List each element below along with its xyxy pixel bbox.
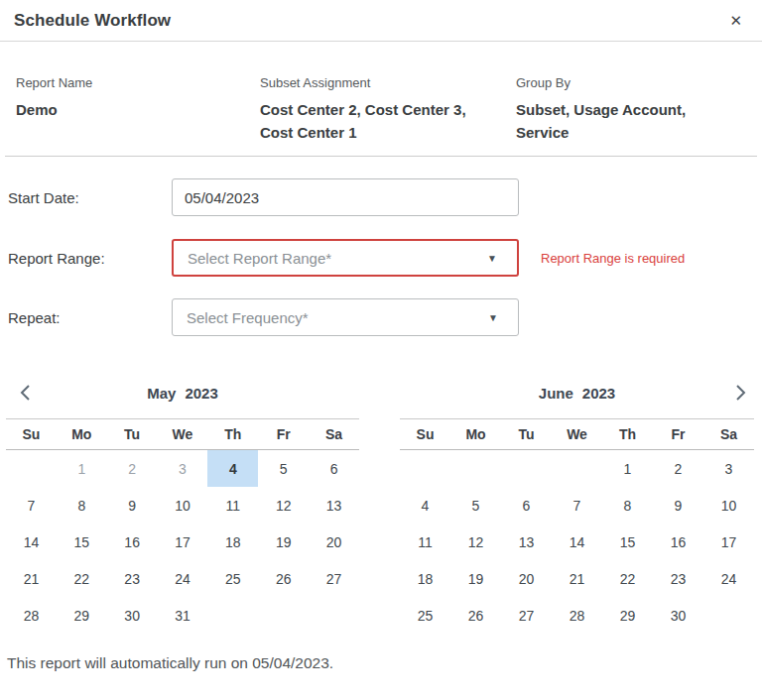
calendar-day[interactable]: 12: [258, 487, 309, 524]
weekday-label: Mo: [57, 426, 107, 442]
calendar-day[interactable]: 23: [653, 560, 703, 597]
calendar-day[interactable]: 5: [450, 487, 501, 524]
calendar-day[interactable]: 6: [309, 450, 359, 487]
calendar-day[interactable]: 2: [653, 450, 703, 487]
calendar-day[interactable]: 22: [57, 560, 107, 597]
calendar-day[interactable]: 19: [258, 524, 309, 560]
calendar-day[interactable]: 5: [258, 450, 309, 487]
next-month-icon[interactable]: [726, 379, 754, 407]
calendar-day[interactable]: 30: [653, 597, 703, 634]
calendar-day[interactable]: 29: [57, 597, 107, 634]
calendar-day[interactable]: 25: [207, 560, 258, 597]
calendar-day[interactable]: 25: [400, 597, 450, 634]
calendar-day[interactable]: 28: [552, 597, 602, 634]
weekday-header-row: SuMoTuWeThFrSa: [400, 418, 754, 450]
calendar-day[interactable]: 29: [602, 597, 653, 634]
calendar-day[interactable]: 1: [602, 450, 653, 487]
calendar-day[interactable]: 27: [309, 560, 359, 597]
calendar-day-empty: [258, 597, 309, 634]
calendar-day[interactable]: 2: [107, 450, 158, 487]
calendar-day[interactable]: 20: [309, 524, 359, 560]
calendar-day[interactable]: 8: [602, 487, 653, 524]
calendar-day[interactable]: 8: [57, 487, 107, 524]
weekday-label: Su: [400, 426, 450, 442]
calendar-day[interactable]: 27: [501, 597, 552, 634]
calendar-day[interactable]: 30: [107, 597, 158, 634]
calendar-day[interactable]: 7: [552, 487, 602, 524]
calendar-day[interactable]: 3: [158, 450, 208, 487]
start-date-label: Start Date:: [8, 189, 172, 206]
calendar-day-empty: [6, 450, 57, 487]
weekday-label: Mo: [450, 426, 501, 442]
calendar-day[interactable]: 16: [653, 524, 703, 560]
chevron-right-icon: [732, 384, 748, 402]
calendar-day[interactable]: 28: [6, 597, 57, 634]
summary-subset-assignment: Subset Assignment Cost Center 2, Cost Ce…: [260, 75, 516, 144]
calendar-day[interactable]: 21: [6, 560, 57, 597]
calendar-day[interactable]: 26: [258, 560, 309, 597]
calendar-day[interactable]: 4: [400, 487, 450, 524]
calendar-day[interactable]: 11: [400, 524, 450, 560]
repeat-row: Repeat: Select Frequency* ▼: [8, 298, 754, 336]
calendar-month-title: June2023: [400, 385, 754, 402]
calendar-day-selected[interactable]: 4: [207, 450, 258, 487]
calendar-day[interactable]: 3: [703, 450, 754, 487]
calendar-day[interactable]: 6: [501, 487, 552, 524]
calendar-day[interactable]: 19: [450, 560, 501, 597]
auto-run-note: This report will automatically run on 05…: [0, 654, 762, 672]
calendar-day[interactable]: 23: [107, 560, 158, 597]
calendar-day[interactable]: 13: [501, 524, 552, 560]
month-name: June: [539, 385, 573, 402]
calendar-day[interactable]: 9: [107, 487, 158, 524]
summary-group-by: Group By Subset, Usage Account, Service: [516, 75, 741, 144]
calendar-day[interactable]: 10: [703, 487, 754, 524]
calendar-day[interactable]: 10: [158, 487, 208, 524]
report-range-select[interactable]: Select Report Range* ▼: [172, 239, 519, 277]
calendar-day[interactable]: 26: [450, 597, 501, 634]
previous-month-icon[interactable]: [12, 379, 40, 407]
calendar-day[interactable]: 11: [207, 487, 258, 524]
weekday-label: Fr: [653, 426, 703, 442]
calendar-day[interactable]: 13: [309, 487, 359, 524]
calendar-day-empty: [450, 450, 501, 487]
calendar-day[interactable]: 15: [57, 524, 107, 560]
report-range-label: Report Range:: [8, 250, 172, 267]
calendar-day[interactable]: 22: [602, 560, 653, 597]
calendar-day-empty: [501, 450, 552, 487]
calendar-day[interactable]: 17: [158, 524, 208, 560]
year-label: 2023: [185, 385, 217, 402]
calendar-day[interactable]: 14: [6, 524, 57, 560]
report-range-placeholder: Select Report Range*: [188, 250, 331, 267]
calendar-day[interactable]: 7: [6, 487, 57, 524]
start-date-input[interactable]: [172, 178, 519, 216]
chevron-down-icon: ▼: [488, 312, 504, 323]
summary-report-name: Report Name Demo: [16, 75, 260, 144]
close-icon[interactable]: ✕: [725, 9, 746, 32]
repeat-select[interactable]: Select Frequency* ▼: [172, 298, 519, 336]
group-by-label: Group By: [516, 75, 741, 90]
repeat-label: Repeat:: [8, 309, 172, 326]
weekday-label: Th: [602, 426, 653, 442]
calendar-day[interactable]: 9: [653, 487, 703, 524]
month-name: May: [147, 385, 176, 402]
report-name-label: Report Name: [16, 75, 260, 90]
calendar-may: May2023 SuMoTuWeThFrSa 12345678910111213…: [6, 367, 359, 634]
calendar-day[interactable]: 15: [602, 524, 653, 560]
calendar-day[interactable]: 14: [552, 524, 602, 560]
group-by-value: Subset, Usage Account, Service: [516, 98, 741, 144]
calendar-day[interactable]: 18: [207, 524, 258, 560]
calendar-day[interactable]: 12: [450, 524, 501, 560]
calendar-day-empty: [400, 450, 450, 487]
calendar-day[interactable]: 20: [501, 560, 552, 597]
calendar-day[interactable]: 16: [107, 524, 158, 560]
calendar-day[interactable]: 31: [158, 597, 208, 634]
start-date-row: Start Date:: [8, 178, 754, 216]
calendar-day[interactable]: 1: [57, 450, 107, 487]
calendar-day[interactable]: 18: [400, 560, 450, 597]
calendar-day[interactable]: 24: [158, 560, 208, 597]
calendar-day[interactable]: 24: [703, 560, 754, 597]
calendar-day[interactable]: 21: [552, 560, 602, 597]
weekday-header-row: SuMoTuWeThFrSa: [6, 418, 359, 450]
weekday-label: Sa: [703, 426, 754, 442]
calendar-day[interactable]: 17: [703, 524, 754, 560]
